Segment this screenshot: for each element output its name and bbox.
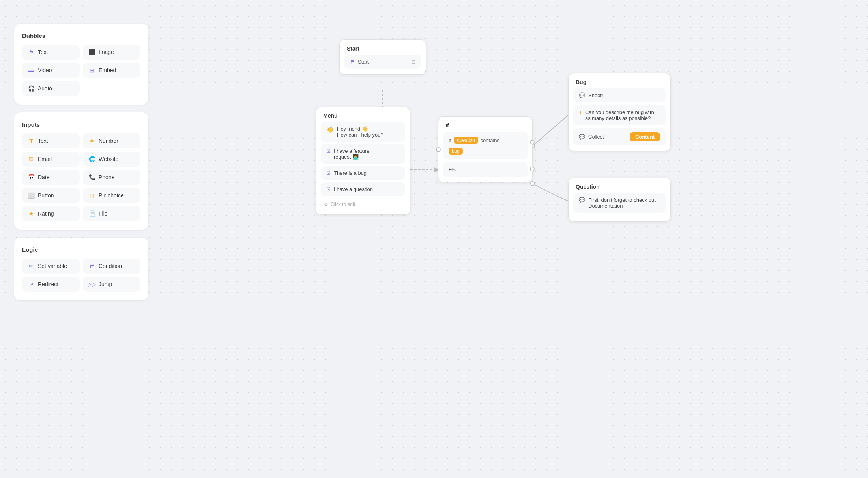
jump-icon: ▷▷ bbox=[88, 281, 95, 288]
setvariable-icon: ✏ bbox=[28, 262, 35, 270]
input-website-btn[interactable]: 🌐 Website bbox=[83, 152, 140, 167]
bubble-embed-btn[interactable]: ⊞ Embed bbox=[83, 63, 140, 78]
logic-setvariable-btn[interactable]: ✏ Set variable bbox=[22, 259, 80, 274]
bubbles-grid: ⚑ Text ⬛ Image ▬ Video ⊞ Embed 🎧 Audi bbox=[22, 45, 140, 96]
start-inner: ⚑ Start bbox=[344, 55, 421, 69]
logic-title: Logic bbox=[22, 246, 140, 253]
feature-icon: ⊡ bbox=[326, 148, 331, 154]
if-condition-block: If question contains bug bbox=[443, 132, 528, 159]
input-picchoice-btn[interactable]: ⊡ Pic choice bbox=[83, 188, 140, 203]
picchoice-icon: ⊡ bbox=[88, 192, 95, 199]
canvas-area: Start ⚑ Start Menu 👋 Hey friend 👋How can… bbox=[166, 0, 868, 478]
flag-icon: ⚑ bbox=[28, 49, 35, 56]
bubbles-title: Bubbles bbox=[22, 32, 140, 39]
question-menu-icon: ⊡ bbox=[326, 186, 331, 192]
logic-condition-btn[interactable]: ⇄ Condition bbox=[83, 259, 140, 274]
inputs-section: Inputs T Text # Number ✉ Email 🌐 Website bbox=[14, 112, 148, 230]
input-rating-btn[interactable]: ★ Rating bbox=[22, 206, 80, 221]
bubbles-section: Bubbles ⚑ Text ⬛ Image ▬ Video ⊞ Embed bbox=[14, 24, 148, 105]
text-t-icon: T bbox=[28, 137, 35, 144]
logic-jump-btn[interactable]: ▷▷ Jump bbox=[83, 277, 140, 292]
input-text-btn[interactable]: T Text bbox=[22, 133, 80, 148]
image-icon: ⬛ bbox=[88, 49, 95, 56]
main-container: Bubbles ⚑ Text ⬛ Image ▬ Video ⊞ Embed bbox=[0, 0, 868, 478]
bug-node-title: Bug bbox=[569, 73, 670, 88]
wave-emoji: 👋 bbox=[326, 126, 334, 133]
if-condition-row: If question contains bbox=[449, 137, 522, 144]
content-button[interactable]: Content bbox=[630, 132, 660, 141]
inputs-title: Inputs bbox=[22, 121, 140, 128]
input-number-btn[interactable]: # Number bbox=[83, 133, 140, 148]
audio-icon: 🎧 bbox=[28, 85, 35, 92]
bubble-image-btn[interactable]: ⬛ Image bbox=[83, 45, 140, 60]
menu-node-title: Menu bbox=[316, 107, 410, 122]
start-connector-dot bbox=[412, 60, 415, 64]
question-tag: question bbox=[454, 137, 478, 144]
input-file-btn[interactable]: 📄 File bbox=[83, 206, 140, 221]
rating-icon: ★ bbox=[28, 210, 35, 217]
embed-icon: ⊞ bbox=[88, 67, 95, 74]
input-email-btn[interactable]: ✉ Email bbox=[22, 152, 80, 167]
svg-point-3 bbox=[531, 182, 535, 186]
bubble-audio-btn[interactable]: 🎧 Audio bbox=[22, 81, 80, 96]
logic-section: Logic ✏ Set variable ⇄ Condition ↗ Redir… bbox=[14, 238, 148, 300]
bubble-text-btn[interactable]: ⚑ Text bbox=[22, 45, 80, 60]
input-date-btn[interactable]: 📅 Date bbox=[22, 170, 80, 185]
doc-bubble-icon: 💬 bbox=[579, 197, 585, 203]
logic-redirect-btn[interactable]: ↗ Redirect bbox=[22, 277, 80, 292]
menu-node[interactable]: Menu 👋 Hey friend 👋How can I help you? ⊡… bbox=[316, 107, 410, 215]
condition-icon: ⇄ bbox=[88, 262, 95, 270]
input-phone-btn[interactable]: 📞 Phone bbox=[83, 170, 140, 185]
bug-tag: bug bbox=[449, 148, 463, 155]
question-node: Question 💬 First, don't forget to check … bbox=[568, 178, 671, 222]
video-icon: ▬ bbox=[28, 67, 35, 74]
redirect-icon: ↗ bbox=[28, 281, 35, 288]
button-icon: ⬜ bbox=[28, 192, 35, 199]
bubble-video-btn[interactable]: ▬ Video bbox=[22, 63, 80, 78]
edit-icon: ⚙ bbox=[324, 202, 328, 207]
phone-icon: 📞 bbox=[88, 174, 95, 181]
number-icon: # bbox=[88, 137, 95, 144]
start-flag-icon: ⚑ bbox=[350, 59, 355, 65]
else-branch-connector bbox=[530, 167, 535, 171]
menu-item-greeting: 👋 Hey friend 👋How can I help you? bbox=[321, 122, 405, 142]
menu-item-question: ⊡ I have a question bbox=[321, 182, 405, 196]
describe-text-icon: T bbox=[579, 109, 582, 115]
start-node: Start ⚑ Start bbox=[339, 39, 426, 75]
if-node: If If question contains bug Else bbox=[438, 116, 533, 182]
click-to-edit[interactable]: ⚙ Click to edit.. bbox=[321, 199, 405, 210]
else-row: Else bbox=[443, 162, 528, 177]
bug-node: Bug 💬 Shoot! T Can you describe the bug … bbox=[568, 73, 671, 151]
input-button-btn[interactable]: ⬜ Button bbox=[22, 188, 80, 203]
left-panel: Bubbles ⚑ Text ⬛ Image ▬ Video ⊞ Embed bbox=[14, 24, 148, 300]
logic-grid: ✏ Set variable ⇄ Condition ↗ Redirect ▷▷… bbox=[22, 259, 140, 292]
menu-item-feature: ⊡ I have a featurerequest 🧑‍💻 bbox=[321, 144, 405, 164]
start-node-title: Start bbox=[340, 40, 426, 55]
file-icon: 📄 bbox=[88, 210, 95, 217]
bug-describe-item: T Can you describe the bug with as many … bbox=[573, 105, 666, 125]
if-left-connector bbox=[436, 147, 441, 152]
email-icon: ✉ bbox=[28, 156, 35, 163]
connectors-svg bbox=[166, 0, 868, 478]
if-branch-connector bbox=[530, 140, 535, 144]
bug-shoot-item: 💬 Shoot! bbox=[573, 88, 666, 102]
bug-menu-icon: ⊡ bbox=[326, 170, 331, 176]
inputs-grid: T Text # Number ✉ Email 🌐 Website 📅 bbox=[22, 133, 140, 221]
collect-icon: 💬 bbox=[579, 134, 585, 140]
date-icon: 📅 bbox=[28, 174, 35, 181]
question-doc-item: 💬 First, don't forget to check out Docum… bbox=[573, 193, 666, 213]
collect-row: 💬 Collect Content bbox=[573, 128, 666, 145]
menu-item-bug: ⊡ There is a bug bbox=[321, 166, 405, 180]
website-icon: 🌐 bbox=[88, 156, 95, 163]
shoot-bubble-icon: 💬 bbox=[579, 92, 585, 98]
question-node-title: Question bbox=[569, 178, 670, 193]
if-node-title: If bbox=[438, 117, 532, 132]
